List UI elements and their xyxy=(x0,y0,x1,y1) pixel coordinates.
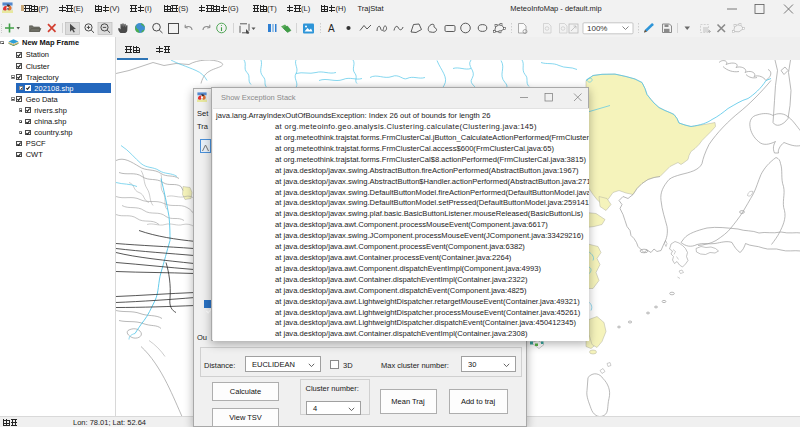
svg-text:A: A xyxy=(328,23,335,34)
svg-text:100%: 100% xyxy=(587,24,607,33)
